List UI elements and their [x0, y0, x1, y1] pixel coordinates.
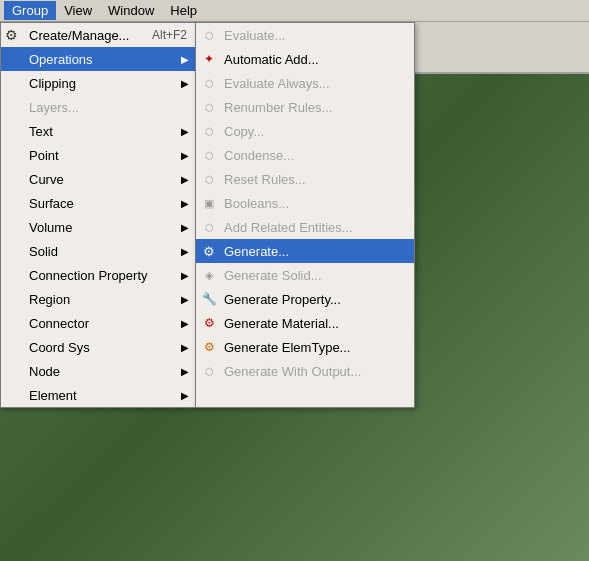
automatic-add-icon: ✦	[200, 50, 218, 68]
copy-icon: ⬡	[200, 122, 218, 140]
menu-item-volume[interactable]: Volume ▶	[1, 215, 195, 239]
reset-rules-icon: ⬡	[200, 170, 218, 188]
menu-item-text[interactable]: Text ▶	[1, 119, 195, 143]
operations-submenu: ⬡ Evaluate... ✦ Automatic Add... ⬡ Evalu…	[195, 22, 415, 408]
generate-label: Generate...	[224, 244, 289, 259]
menu-container: ⚙ Create/Manage... Alt+F2 Operations ▶ C…	[0, 22, 415, 408]
generate-solid-icon: ◈	[200, 266, 218, 284]
operations-label: Operations	[29, 52, 93, 67]
submenu-renumber-rules: ⬡ Renumber Rules...	[196, 95, 414, 119]
menu-item-connector[interactable]: Connector ▶	[1, 311, 195, 335]
menu-item-clipping[interactable]: Clipping ▶	[1, 71, 195, 95]
node-label: Node	[29, 364, 60, 379]
generate-property-icon: 🔧	[200, 290, 218, 308]
menubar-view[interactable]: View	[56, 1, 100, 20]
volume-arrow: ▶	[181, 222, 189, 233]
submenu-reset-rules: ⬡ Reset Rules...	[196, 167, 414, 191]
generate-with-output-label: Generate With Output...	[224, 364, 361, 379]
create-manage-shortcut: Alt+F2	[152, 28, 187, 42]
menu-item-point[interactable]: Point ▶	[1, 143, 195, 167]
menubar-group[interactable]: Group	[4, 1, 56, 20]
coord-sys-label: Coord Sys	[29, 340, 90, 355]
add-related-entities-icon: ⬡	[200, 218, 218, 236]
submenu-automatic-add[interactable]: ✦ Automatic Add...	[196, 47, 414, 71]
curve-arrow: ▶	[181, 174, 189, 185]
submenu-evaluate-always: ⬡ Evaluate Always...	[196, 71, 414, 95]
connection-property-label: Connection Property	[29, 268, 148, 283]
submenu-generate-solid: ◈ Generate Solid...	[196, 263, 414, 287]
generate-elemtype-label: Generate ElemType...	[224, 340, 350, 355]
evaluate-icon: ⬡	[200, 26, 218, 44]
submenu-add-related-entities: ⬡ Add Related Entities...	[196, 215, 414, 239]
point-label: Point	[29, 148, 59, 163]
submenu-generate[interactable]: ⚙ Generate...	[196, 239, 414, 263]
automatic-add-label: Automatic Add...	[224, 52, 319, 67]
generate-elemtype-icon: ⚙	[200, 338, 218, 356]
evaluate-always-label: Evaluate Always...	[224, 76, 330, 91]
surface-arrow: ▶	[181, 198, 189, 209]
menu-item-node[interactable]: Node ▶	[1, 359, 195, 383]
submenu-generate-material[interactable]: ⚙ Generate Material...	[196, 311, 414, 335]
point-arrow: ▶	[181, 150, 189, 161]
region-label: Region	[29, 292, 70, 307]
connector-label: Connector	[29, 316, 89, 331]
create-manage-icon: ⚙	[5, 27, 18, 43]
connection-property-arrow: ▶	[181, 270, 189, 281]
reset-rules-label: Reset Rules...	[224, 172, 306, 187]
menu-item-surface[interactable]: Surface ▶	[1, 191, 195, 215]
menubar-window[interactable]: Window	[100, 1, 162, 20]
operations-arrow: ▶	[181, 54, 189, 65]
coord-sys-arrow: ▶	[181, 342, 189, 353]
submenu-generate-property[interactable]: 🔧 Generate Property...	[196, 287, 414, 311]
menu-item-create-manage[interactable]: ⚙ Create/Manage... Alt+F2	[1, 23, 195, 47]
region-arrow: ▶	[181, 294, 189, 305]
menu-item-layers: Layers...	[1, 95, 195, 119]
solid-arrow: ▶	[181, 246, 189, 257]
element-label: Element	[29, 388, 77, 403]
menu-item-element[interactable]: Element ▶	[1, 383, 195, 407]
submenu-generate-elemtype[interactable]: ⚙ Generate ElemType...	[196, 335, 414, 359]
generate-material-icon: ⚙	[200, 314, 218, 332]
menu-item-coord-sys[interactable]: Coord Sys ▶	[1, 335, 195, 359]
submenu-booleans: ▣ Booleans...	[196, 191, 414, 215]
evaluate-always-icon: ⬡	[200, 74, 218, 92]
clipping-arrow: ▶	[181, 78, 189, 89]
generate-material-label: Generate Material...	[224, 316, 339, 331]
submenu-condense: ⬡ Condense...	[196, 143, 414, 167]
connector-arrow: ▶	[181, 318, 189, 329]
renumber-rules-icon: ⬡	[200, 98, 218, 116]
evaluate-label: Evaluate...	[224, 28, 285, 43]
menubar: Group View Window Help	[0, 0, 589, 22]
generate-icon: ⚙	[200, 242, 218, 260]
node-arrow: ▶	[181, 366, 189, 377]
primary-menu: ⚙ Create/Manage... Alt+F2 Operations ▶ C…	[0, 22, 195, 408]
generate-property-label: Generate Property...	[224, 292, 341, 307]
volume-label: Volume	[29, 220, 72, 235]
clipping-label: Clipping	[29, 76, 76, 91]
submenu-evaluate: ⬡ Evaluate...	[196, 23, 414, 47]
curve-label: Curve	[29, 172, 64, 187]
solid-label: Solid	[29, 244, 58, 259]
menubar-help[interactable]: Help	[162, 1, 205, 20]
element-arrow: ▶	[181, 390, 189, 401]
booleans-icon: ▣	[200, 194, 218, 212]
add-related-entities-label: Add Related Entities...	[224, 220, 353, 235]
submenu-generate-with-output: ⬡ Generate With Output...	[196, 359, 414, 383]
renumber-rules-label: Renumber Rules...	[224, 100, 332, 115]
menu-item-solid[interactable]: Solid ▶	[1, 239, 195, 263]
layers-label: Layers...	[29, 100, 79, 115]
menu-item-region[interactable]: Region ▶	[1, 287, 195, 311]
generate-with-output-icon: ⬡	[200, 362, 218, 380]
text-arrow: ▶	[181, 126, 189, 137]
condense-label: Condense...	[224, 148, 294, 163]
create-manage-label: Create/Manage...	[29, 28, 129, 43]
generate-solid-label: Generate Solid...	[224, 268, 322, 283]
menu-item-curve[interactable]: Curve ▶	[1, 167, 195, 191]
condense-icon: ⬡	[200, 146, 218, 164]
booleans-label: Booleans...	[224, 196, 289, 211]
menu-item-operations[interactable]: Operations ▶	[1, 47, 195, 71]
submenu-copy: ⬡ Copy...	[196, 119, 414, 143]
menu-item-connection-property[interactable]: Connection Property ▶	[1, 263, 195, 287]
surface-label: Surface	[29, 196, 74, 211]
copy-label: Copy...	[224, 124, 264, 139]
